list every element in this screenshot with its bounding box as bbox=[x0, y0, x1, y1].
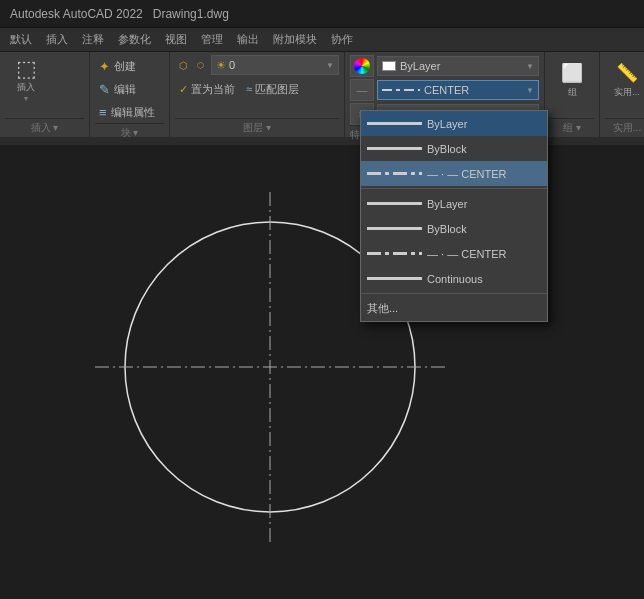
layer-name: 0 bbox=[229, 59, 235, 71]
insert-group: ⬚ 插入 ▼ 插入 ▾ bbox=[0, 52, 90, 137]
insert-group-label: 插入 ▾ bbox=[5, 118, 84, 137]
lt-preview-bylayer-bot bbox=[367, 202, 422, 205]
layer-row-tools: ✓ 置为当前 ≈ 匹配图层 bbox=[175, 78, 339, 100]
group-btn[interactable]: ⬜ 组 bbox=[552, 59, 592, 102]
set-current-btn[interactable]: ✓ 置为当前 bbox=[175, 78, 239, 100]
tab-output[interactable]: 输出 bbox=[231, 30, 265, 49]
setcurrent-icon: ✓ bbox=[179, 83, 188, 96]
lt-separator2 bbox=[361, 293, 547, 294]
edit-attr-btn[interactable]: ≡ 编辑属性 bbox=[95, 101, 165, 123]
group-buttons: ⬜ 组 bbox=[550, 55, 594, 102]
lt-item-bylayer-bot[interactable]: ByLayer bbox=[361, 191, 547, 216]
layer-arrow: ▼ bbox=[326, 61, 334, 70]
layer-row-main: ⬡ ⬡ ☀ 0 ▼ bbox=[175, 55, 339, 75]
matchlayer-icon: ≈ bbox=[246, 83, 252, 95]
insert-label: 插入 bbox=[17, 82, 35, 93]
layer-props-icon[interactable]: ⬡ bbox=[175, 57, 191, 73]
title-bar: Autodesk AutoCAD 2022 Drawing1.dwg bbox=[0, 0, 644, 28]
ribbon-tabs: 默认 插入 注释 参数化 视图 管理 输出 附加模块 协作 bbox=[0, 28, 644, 52]
tab-annotate[interactable]: 注释 bbox=[76, 30, 110, 49]
group-icon: ⬜ bbox=[561, 62, 583, 84]
linetype-section: — CENTER ▼ bbox=[350, 79, 539, 101]
block-group: ✦ 创建 ✎ 编辑 ≡ 编辑属性 块 ▾ bbox=[90, 52, 170, 137]
lt-label-center-top: — · — CENTER bbox=[427, 168, 506, 180]
lt-preview-center-bot bbox=[367, 252, 422, 255]
group-label-btn: 组 bbox=[568, 86, 577, 99]
color-dropdown[interactable]: ByLayer ▼ bbox=[377, 56, 539, 76]
insert-icon: ⬚ bbox=[16, 58, 37, 80]
color-palette-btn[interactable] bbox=[350, 55, 374, 77]
layer-dropdown[interactable]: ☀ 0 ▼ bbox=[211, 55, 339, 75]
layer-current: ☀ 0 bbox=[216, 59, 235, 72]
layer-state-icon[interactable]: ⬡ bbox=[192, 57, 208, 73]
lt-preview-continuous bbox=[367, 277, 422, 280]
lt-item-byblock-top[interactable]: ByBlock bbox=[361, 136, 547, 161]
block-buttons: ✦ 创建 ✎ 编辑 ≡ 编辑属性 bbox=[95, 55, 165, 123]
lt-item-center-top[interactable]: — · — CENTER bbox=[361, 161, 547, 186]
lt-preview-bylayer-top bbox=[367, 122, 422, 125]
tab-manage[interactable]: 管理 bbox=[195, 30, 229, 49]
tab-parametric[interactable]: 参数化 bbox=[112, 30, 157, 49]
utilities-btn[interactable]: 📏 实用... bbox=[607, 59, 644, 102]
create-icon: ✦ bbox=[99, 59, 110, 74]
lt-preview-byblock-top bbox=[367, 147, 422, 150]
utilities-label: 实用... bbox=[614, 86, 640, 99]
editattr-label: 编辑属性 bbox=[111, 105, 155, 120]
lt-label-byblock-top: ByBlock bbox=[427, 143, 467, 155]
create-block-btn[interactable]: ✦ 创建 bbox=[95, 55, 165, 77]
edit-block-btn[interactable]: ✎ 编辑 bbox=[95, 78, 165, 100]
color-section: ByLayer ▼ bbox=[350, 55, 539, 77]
lt-label-byblock-bot: ByBlock bbox=[427, 223, 467, 235]
linetype-icon-btn[interactable]: — bbox=[350, 79, 374, 101]
group-section: ⬜ 组 组 ▾ bbox=[545, 52, 600, 137]
utilities-group-label: 实用... bbox=[605, 118, 644, 137]
layer-panel-body: ⬡ ⬡ ☀ 0 ▼ ✓ 置为当前 ≈ 匹配图层 bbox=[175, 55, 339, 100]
linetype-preview-area: CENTER bbox=[382, 84, 469, 96]
tab-insert[interactable]: 插入 bbox=[40, 30, 74, 49]
layer-panel: ⬡ ⬡ ☀ 0 ▼ ✓ 置为当前 ≈ 匹配图层 bbox=[170, 52, 345, 137]
block-group-label: 块 ▾ bbox=[95, 123, 164, 142]
lt-other-btn[interactable]: 其他... bbox=[361, 296, 547, 321]
matchlayer-label: 匹配图层 bbox=[255, 82, 299, 97]
color-arrow: ▼ bbox=[526, 62, 534, 71]
layer-icons: ⬡ ⬡ bbox=[175, 57, 208, 73]
utilities-section: 📏 实用... 实用... bbox=[600, 52, 644, 137]
tab-view[interactable]: 视图 bbox=[159, 30, 193, 49]
lt-item-byblock-bot[interactable]: ByBlock bbox=[361, 216, 547, 241]
lt-item-continuous[interactable]: Continuous bbox=[361, 266, 547, 291]
linetype-arrow: ▼ bbox=[526, 86, 534, 95]
linetype-icon: — bbox=[357, 84, 368, 96]
edit-label: 编辑 bbox=[114, 82, 136, 97]
insert-arrow: ▼ bbox=[23, 95, 30, 102]
tab-collab[interactable]: 协作 bbox=[325, 30, 359, 49]
lt-label-bylayer-bot: ByLayer bbox=[427, 198, 467, 210]
layer-group-label: 图层 ▾ bbox=[175, 118, 339, 137]
edit-icon: ✎ bbox=[99, 82, 110, 97]
color-swatch-box: ByLayer bbox=[382, 60, 440, 72]
filename: Drawing1.dwg bbox=[153, 7, 229, 21]
tab-addons[interactable]: 附加模块 bbox=[267, 30, 323, 49]
editattr-icon: ≡ bbox=[99, 105, 107, 120]
lt-label-continuous: Continuous bbox=[427, 273, 483, 285]
setcurrent-label: 置为当前 bbox=[191, 82, 235, 97]
group-group-label: 组 ▾ bbox=[550, 118, 594, 137]
lt-preview-byblock-bot bbox=[367, 227, 422, 230]
linetype-dropdown[interactable]: CENTER ▼ bbox=[377, 80, 539, 100]
match-layer-btn[interactable]: ≈ 匹配图层 bbox=[242, 78, 303, 100]
lt-label-bylayer-top: ByLayer bbox=[427, 118, 467, 130]
color-label: ByLayer bbox=[400, 60, 440, 72]
lt-item-center-bot[interactable]: — · — CENTER bbox=[361, 241, 547, 266]
insert-button[interactable]: ⬚ 插入 ▼ bbox=[5, 55, 47, 105]
utilities-buttons: 📏 实用... bbox=[605, 55, 644, 102]
linetype-popup: ByLayer ByBlock — · — CENTER ByLayer ByB… bbox=[360, 110, 548, 322]
lt-item-bylayer-top[interactable]: ByLayer bbox=[361, 111, 547, 136]
linetype-label: CENTER bbox=[424, 84, 469, 96]
utilities-icon: 📏 bbox=[616, 62, 638, 84]
lt-other-label: 其他... bbox=[367, 301, 398, 316]
color-wheel-icon bbox=[354, 58, 370, 74]
app-title: Autodesk AutoCAD 2022 bbox=[10, 7, 143, 21]
tab-default[interactable]: 默认 bbox=[4, 30, 38, 49]
create-label: 创建 bbox=[114, 59, 136, 74]
linetype-preview bbox=[382, 89, 420, 91]
lt-preview-center-top bbox=[367, 172, 422, 175]
